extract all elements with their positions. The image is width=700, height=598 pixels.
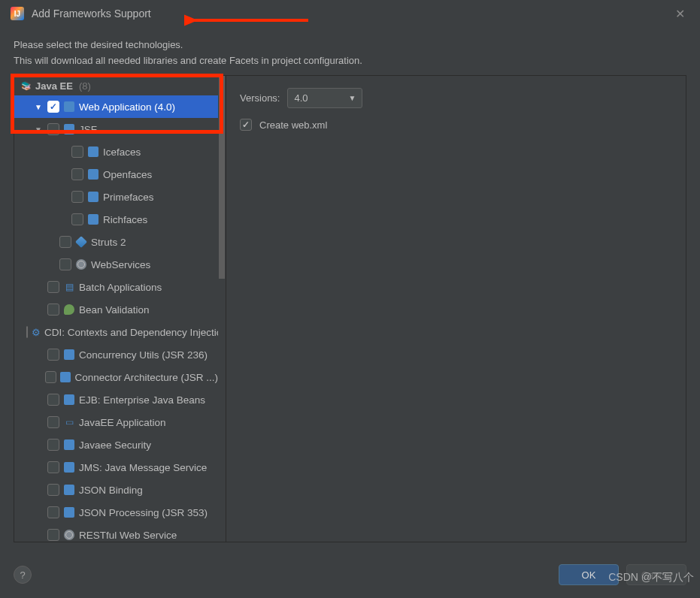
tree-item-json-bind[interactable]: JSON Binding (14, 479, 218, 501)
frameworks-tree-pane: Java EE(8)▼Web Application (4.0)▼JSFIcef… (14, 76, 226, 542)
tree-item-richfaces[interactable]: Richfaces (14, 208, 218, 231)
tree-item-batch[interactable]: Batch Applications (14, 276, 218, 298)
struts-icon (75, 236, 87, 248)
close-icon[interactable]: ✕ (671, 2, 689, 26)
create-webxml-row[interactable]: Create web.xml (240, 119, 672, 131)
tree-item-label: Concurrency Utils (JSR 236) (79, 349, 208, 361)
tree-item-javaee-sec[interactable]: Javaee Security (14, 433, 218, 456)
tree-item-label: JavaEE Application (79, 417, 166, 428)
group-label: Java EE (35, 80, 73, 92)
library-icon (20, 80, 32, 92)
tree-checkbox[interactable] (47, 304, 59, 316)
versions-label: Versions: (240, 92, 280, 104)
tree-scrollbar[interactable] (218, 76, 226, 542)
tree-checkbox[interactable] (59, 258, 71, 270)
tree-item-struts2[interactable]: Struts 2 (14, 231, 218, 253)
tree-checkbox[interactable] (71, 146, 83, 158)
tree-item-cdi[interactable]: CDI: Contexts and Dependency Injection (14, 321, 218, 343)
tree-item-connector[interactable]: Connector Architecture (JSR ...) (14, 366, 218, 388)
tree-checkbox[interactable] (47, 529, 59, 541)
javaee-icon (63, 416, 75, 428)
tree-item-label: Web Application (4.0) (79, 101, 175, 113)
group-header-javaee[interactable]: Java EE(8) (14, 76, 218, 95)
create-webxml-checkbox[interactable] (240, 119, 252, 131)
dialog-footer: ? OK Cancel (0, 551, 700, 598)
tree-checkbox[interactable] (71, 168, 83, 180)
tree-checkbox[interactable] (47, 416, 59, 428)
tree-item-webservices[interactable]: WebServices (14, 253, 218, 276)
globe-icon (64, 530, 74, 540)
tree-checkbox[interactable] (45, 371, 56, 383)
tree-item-javaeeapp[interactable]: JavaEE Application (14, 411, 218, 433)
tree-item-label: Openfaces (103, 169, 152, 180)
module-icon (60, 372, 71, 382)
description-line2: This will download all needed libraries … (14, 53, 686, 69)
tree-checkbox[interactable] (47, 394, 59, 406)
cancel-button[interactable]: Cancel (626, 564, 686, 585)
tree-item-web-app[interactable]: ▼Web Application (4.0) (14, 95, 218, 118)
tree-checkbox[interactable] (71, 191, 83, 203)
scrollbar-thumb[interactable] (219, 76, 225, 279)
tree-item-jms[interactable]: JMS: Java Message Service (14, 456, 218, 479)
window-title: Add Frameworks Support (32, 8, 671, 20)
tree-checkbox[interactable] (47, 506, 59, 518)
tree-item-label: Richfaces (103, 214, 147, 225)
tree-item-beanval[interactable]: Bean Validation (14, 298, 218, 321)
tree-item-label: Connector Architecture (JSR ...) (74, 372, 218, 383)
batch-icon (63, 281, 75, 293)
tree-checkbox[interactable] (47, 281, 59, 293)
tree-checkbox[interactable] (47, 461, 59, 473)
web-icon (64, 101, 74, 112)
tree-item-label: EJB: Enterprise Java Beans (79, 394, 205, 406)
tree-checkbox[interactable] (47, 349, 59, 361)
expand-arrow-icon[interactable]: ▼ (33, 124, 44, 134)
tree-checkbox[interactable] (59, 236, 71, 248)
tree-item-label: RESTful Web Service (79, 530, 177, 541)
tree-item-label: Icefaces (103, 146, 141, 158)
tree-item-label: Javaee Security (79, 439, 151, 451)
tree-checkbox[interactable] (71, 213, 83, 225)
framework-detail-pane: Versions: 4.0 ▼ Create web.xml (226, 76, 686, 542)
tree-item-label: Struts 2 (91, 237, 126, 248)
module-icon (64, 394, 74, 405)
tree-item-label: JSF (79, 124, 97, 135)
titlebar: IJ Add Frameworks Support ✕ (0, 0, 700, 27)
tree-item-label: Batch Applications (79, 282, 162, 293)
intellij-icon: IJ (11, 7, 24, 20)
tree-checkbox[interactable] (47, 101, 59, 113)
tree-item-concurrency[interactable]: Concurrency Utils (JSR 236) (14, 343, 218, 366)
ok-button[interactable]: OK (559, 564, 619, 585)
versions-row: Versions: 4.0 ▼ (240, 88, 672, 108)
expand-arrow-icon[interactable]: ▼ (33, 101, 44, 112)
tree-item-icefaces[interactable]: Icefaces (14, 140, 218, 163)
tree-checkbox[interactable] (47, 484, 59, 496)
tree-checkbox[interactable] (47, 123, 59, 135)
description-line1: Please select the desired technologies. (14, 38, 686, 53)
component-icon (88, 169, 98, 180)
globe-icon (76, 259, 86, 270)
chevron-down-icon: ▼ (349, 94, 356, 102)
module-icon (64, 507, 74, 518)
tree-item-ejb[interactable]: EJB: Enterprise Java Beans (14, 388, 218, 411)
version-dropdown[interactable]: 4.0 ▼ (287, 88, 362, 108)
tree-checkbox[interactable] (47, 439, 59, 451)
description: Please select the desired technologies. … (0, 27, 700, 81)
tree-item-label: Bean Validation (79, 304, 150, 316)
component-icon (64, 124, 74, 134)
frameworks-tree[interactable]: Java EE(8)▼Web Application (4.0)▼JSFIcef… (14, 76, 218, 542)
tree-item-label: JSON Processing (JSR 353) (79, 507, 208, 518)
module-icon (64, 485, 74, 495)
help-button[interactable]: ? (14, 566, 32, 584)
content-panel: Java EE(8)▼Web Application (4.0)▼JSFIcef… (14, 75, 686, 542)
tree-item-jsf[interactable]: ▼JSF (14, 118, 218, 140)
tree-item-label: JSON Binding (79, 485, 143, 496)
tree-item-json-proc[interactable]: JSON Processing (JSR 353) (14, 501, 218, 524)
tree-checkbox[interactable] (26, 326, 28, 338)
cdi-icon (32, 326, 41, 338)
tree-item-primefaces[interactable]: Primefaces (14, 186, 218, 208)
component-icon (88, 214, 98, 225)
tree-item-restful[interactable]: RESTful Web Service (14, 524, 218, 542)
bean-icon (64, 304, 74, 315)
tree-item-openfaces[interactable]: Openfaces (14, 163, 218, 186)
create-webxml-label: Create web.xml (259, 119, 327, 131)
